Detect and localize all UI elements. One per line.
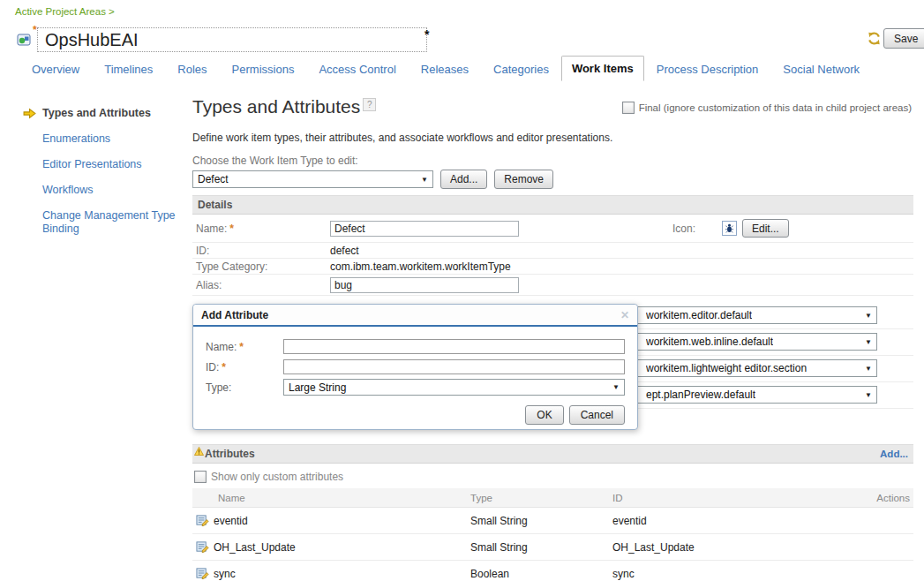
show-only-custom-attributes-label: Show only custom attributes — [211, 471, 343, 483]
page-description: Define work item types, their attributes… — [192, 132, 913, 144]
defect-type-icon — [722, 221, 737, 236]
final-option: Final (ignore customization of this data… — [622, 102, 912, 114]
tab-work-items[interactable]: Work Items — [561, 56, 644, 81]
attributes-table-header: Name Type ID Actions — [192, 488, 913, 508]
attribute-type: Boolean — [470, 568, 612, 580]
tab-overview[interactable]: Overview — [19, 57, 92, 81]
add-attribute-dialog: Add Attribute ✕ Name:* ID:* Type: Large … — [192, 304, 638, 430]
warning-icon — [194, 447, 204, 456]
project-area-editor: Active Project Areas > * * Save Overview… — [0, 0, 924, 581]
dialog-name-label: Name:* — [206, 341, 283, 353]
title-required-marker: * — [33, 24, 37, 36]
sidebar-item-label: Enumerations — [42, 132, 110, 145]
attribute-id: OH_Last_Update — [612, 541, 833, 554]
sidebar-item-label: Types and Attributes — [42, 107, 151, 119]
attribute-type-select[interactable]: Large String ▼ — [283, 379, 625, 396]
dialog-type-label: Type: — [206, 381, 283, 394]
dropdown-arrow-icon: ▼ — [860, 365, 872, 373]
column-header-type: Type — [470, 493, 612, 503]
work-item-type-chooser-label: Choose the Work Item Type to edit: — [192, 155, 913, 167]
column-header-id: ID — [612, 493, 833, 503]
attribute-type-selected-value: Large String — [289, 381, 346, 394]
attribute-name: eventid — [214, 515, 248, 527]
presentation-selected-value: workitem.editor.default — [646, 309, 752, 321]
type-category-value: com.ibm.team.workitem.workItemType — [330, 260, 511, 273]
attribute-icon — [196, 514, 209, 527]
id-label: ID: — [196, 245, 330, 257]
attribute-id: sync — [612, 568, 833, 580]
attribute-name: OH_Last_Update — [214, 541, 296, 554]
details-alias-row: Alias: — [192, 275, 913, 296]
add-type-button[interactable]: Add... — [440, 170, 487, 189]
work-item-type-select[interactable]: Defect ▼ — [192, 170, 433, 188]
presentation-selected-value: ept.planPreview.default — [646, 389, 755, 401]
dropdown-arrow-icon: ▼ — [607, 383, 620, 391]
details-section-header: Details — [192, 195, 913, 215]
sidebar-item-enumerations[interactable]: Enumerations — [0, 126, 192, 152]
save-button[interactable]: Save — [883, 28, 924, 49]
details-section-title: Details — [198, 199, 232, 211]
tab-permissions[interactable]: Permissions — [220, 57, 307, 81]
column-header-name: Name — [192, 493, 470, 503]
attributes-section-title: Attributes — [205, 448, 255, 460]
tab-process-description[interactable]: Process Description — [644, 57, 771, 81]
type-category-label: Type Category: — [196, 260, 330, 273]
attribute-name-input[interactable] — [283, 339, 625, 354]
attribute-icon — [196, 567, 209, 580]
close-icon[interactable]: ✕ — [620, 309, 629, 321]
details-type-category-row: Type Category: com.ibm.team.workitem.wor… — [192, 259, 913, 275]
edit-icon-button[interactable]: Edit... — [742, 219, 789, 238]
dialog-title: Add Attribute — [201, 309, 268, 321]
tab-roles[interactable]: Roles — [165, 57, 219, 81]
page-title: Types and Attributes — [192, 96, 360, 117]
final-checkbox[interactable] — [622, 102, 635, 114]
type-icon-group: Icon: Edit... — [672, 219, 789, 238]
cancel-button[interactable]: Cancel — [569, 405, 625, 425]
sidebar-item-workflows[interactable]: Workflows — [0, 177, 192, 203]
tab-categories[interactable]: Categories — [481, 57, 561, 81]
ok-button[interactable]: OK — [525, 405, 563, 425]
name-label: Name:* — [196, 223, 330, 235]
work-item-type-selected-value: Defect — [198, 173, 229, 185]
add-attribute-link[interactable]: Add... — [880, 449, 908, 459]
active-item-arrow-icon — [23, 108, 36, 119]
tab-releases[interactable]: Releases — [409, 57, 481, 81]
project-area-icon — [17, 33, 31, 47]
attribute-type: Small String — [470, 541, 612, 554]
remove-type-button[interactable]: Remove — [494, 170, 553, 189]
id-value: defect — [330, 245, 359, 257]
dialog-id-label: ID:* — [206, 361, 283, 374]
help-icon[interactable]: ? — [363, 98, 376, 111]
type-name-input[interactable] — [330, 221, 519, 237]
sidebar: Types and Attributes Enumerations Editor… — [0, 101, 192, 242]
dropdown-arrow-icon: ▼ — [860, 338, 872, 346]
icon-label: Icon: — [672, 223, 722, 235]
details-name-row: Name:* Icon: Edit... — [192, 215, 913, 243]
show-only-custom-attributes-checkbox[interactable] — [194, 471, 207, 483]
refresh-icon[interactable] — [867, 31, 882, 46]
required-marker: * — [239, 341, 244, 353]
dropdown-arrow-icon: ▼ — [860, 391, 872, 399]
sidebar-item-types-and-attributes[interactable]: Types and Attributes — [0, 101, 192, 126]
project-name-input[interactable] — [37, 27, 427, 52]
dropdown-arrow-icon: ▼ — [416, 176, 428, 184]
attribute-type: Small String — [470, 515, 612, 527]
final-checkbox-label: Final (ignore customization of this data… — [639, 102, 912, 113]
attributes-table: Name Type ID Actions eventid Small Strin… — [192, 488, 913, 581]
attribute-icon — [196, 540, 209, 554]
alias-input[interactable] — [330, 277, 519, 293]
sidebar-item-editor-presentations[interactable]: Editor Presentations — [0, 152, 192, 177]
dropdown-arrow-icon: ▼ — [860, 312, 872, 320]
attribute-id-input[interactable] — [283, 359, 625, 374]
table-row[interactable]: eventid Small String eventid — [192, 508, 913, 534]
table-row[interactable]: OH_Last_Update Small String OH_Last_Upda… — [192, 534, 913, 561]
presentation-selected-value: workitem.web.inline.default — [646, 336, 773, 348]
tab-social-network[interactable]: Social Network — [770, 57, 872, 81]
breadcrumb[interactable]: Active Project Areas > — [15, 6, 115, 17]
tab-access-control[interactable]: Access Control — [306, 57, 408, 81]
required-marker: * — [222, 361, 226, 374]
table-row[interactable]: sync Boolean sync — [192, 561, 913, 581]
sidebar-item-change-management-type-binding[interactable]: Change Management Type Binding — [0, 203, 192, 242]
column-header-actions: Actions — [833, 493, 913, 503]
tab-timelines[interactable]: Timelines — [92, 57, 165, 81]
